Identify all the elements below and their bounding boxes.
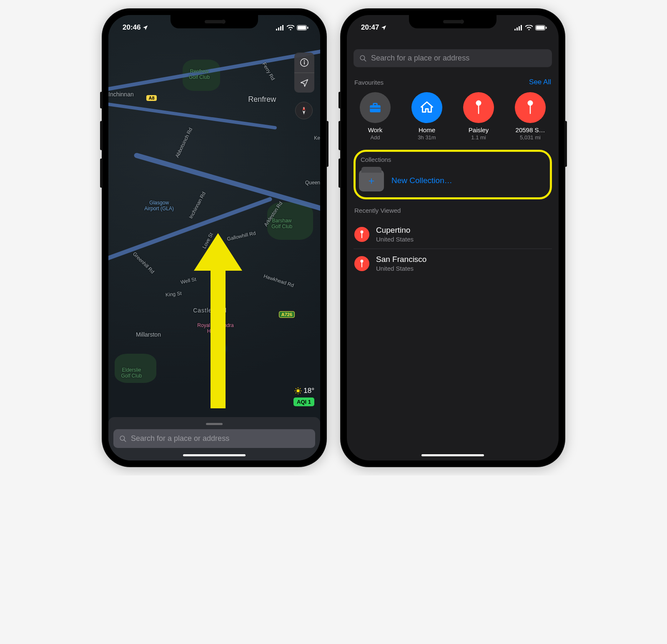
svg-line-20 xyxy=(296,392,296,393)
briefcase-icon xyxy=(360,92,391,123)
svg-rect-3 xyxy=(282,25,283,30)
city-label-renfrew: Renfrew xyxy=(248,95,276,104)
locate-me-button[interactable] xyxy=(294,73,314,93)
svg-line-21 xyxy=(300,388,301,389)
label-ke: Ke xyxy=(314,135,320,141)
svg-line-24 xyxy=(124,440,126,441)
home-indicator[interactable] xyxy=(183,454,246,456)
pin-icon xyxy=(463,92,494,123)
search-icon xyxy=(119,435,127,443)
collections-title: Collections xyxy=(358,154,547,168)
pin-icon xyxy=(354,227,369,242)
svg-rect-6 xyxy=(307,27,308,29)
svg-rect-30 xyxy=(536,26,544,30)
city-label-paisley: Paisley xyxy=(212,260,236,269)
poi-royal-hospi[interactable]: Royal Alexandra Hospi... xyxy=(197,322,233,334)
svg-rect-25 xyxy=(514,29,516,30)
favourites-row: Work Add Home 3h 31m Paisley 1.1 mi xyxy=(354,92,552,144)
status-time: 20:46 xyxy=(123,23,140,32)
label-inchinnan-rd: Inchinnan Rd xyxy=(188,191,207,219)
svg-point-13 xyxy=(297,389,300,392)
label-love-st: Love St xyxy=(201,232,214,250)
svg-rect-0 xyxy=(276,29,277,30)
device-notch xyxy=(409,15,496,28)
label-king-st: King St xyxy=(165,290,182,298)
label-gallowhill: Gallowhill Rd xyxy=(227,230,256,242)
home-indicator[interactable] xyxy=(421,454,484,456)
label-well-st: Well St xyxy=(180,276,197,285)
search-placeholder: Search for a place or address xyxy=(131,434,229,443)
label-hawkhead: Hawkhead Rd xyxy=(263,273,295,289)
svg-rect-2 xyxy=(280,26,281,30)
collection-stack-icon: ＋ xyxy=(359,170,384,191)
svg-point-39 xyxy=(528,101,533,106)
svg-rect-5 xyxy=(298,26,306,30)
favourite-paisley[interactable]: Paisley 1.1 mi xyxy=(457,92,500,141)
label-abbotsinch: Abbotsinch Rd xyxy=(174,127,194,158)
new-collection-button[interactable]: ＋ New Collection… xyxy=(358,168,547,193)
poi-renfrew-golf[interactable]: Renfrew Golf Club xyxy=(189,68,210,80)
svg-rect-27 xyxy=(519,26,520,30)
favourite-20598s[interactable]: 20598 S… 5,031 mi xyxy=(509,92,552,141)
wifi-icon xyxy=(525,25,533,30)
map-view[interactable]: A8 A726 Paisley Renfrew Inchinnan Millar… xyxy=(108,15,320,460)
location-indicator-icon xyxy=(142,25,148,31)
favourite-work[interactable]: Work Add xyxy=(354,92,397,141)
favourites-title: Favourites xyxy=(354,79,384,86)
user-location-dot xyxy=(216,345,225,353)
pin-icon xyxy=(354,256,369,271)
recent-title: Recently Viewed xyxy=(354,207,401,214)
svg-rect-9 xyxy=(304,62,305,64)
maps-screen[interactable]: 20:46 A8 A726 Paisley Renfrew Inchinnan … xyxy=(108,15,320,460)
favourite-home[interactable]: Home 3h 31m xyxy=(405,92,449,141)
road-shield-a726: A726 xyxy=(279,311,295,318)
svg-rect-1 xyxy=(278,28,279,30)
cellular-icon xyxy=(276,25,284,30)
aqi-badge: AQI 1 xyxy=(293,397,314,406)
wifi-icon xyxy=(287,25,294,30)
compass-button[interactable]: N xyxy=(295,102,313,119)
svg-marker-11 xyxy=(303,111,306,115)
search-placeholder: Search for a place or address xyxy=(371,54,469,63)
poi-elderslie-golf[interactable]: Elderslie Golf Club xyxy=(121,367,142,379)
map-controls xyxy=(294,53,314,93)
phone-left: 20:46 A8 A726 Paisley Renfrew Inchinnan … xyxy=(102,8,327,467)
label-queen: Queen xyxy=(305,180,320,186)
label-castlehead: Castlehead xyxy=(193,307,227,314)
pin-icon xyxy=(515,92,546,123)
sheet-grabber[interactable] xyxy=(206,423,223,425)
search-field[interactable]: Search for a place or address xyxy=(113,429,315,448)
recent-item-cupertino[interactable]: Cupertino United States xyxy=(354,220,552,249)
svg-line-19 xyxy=(300,392,301,393)
label-ferry-rd: Ferry Rd xyxy=(261,61,276,81)
collections-highlight: Collections ＋ New Collection… xyxy=(354,150,552,199)
road-shield-a8: A8 xyxy=(146,95,156,101)
svg-rect-28 xyxy=(521,25,522,30)
search-field[interactable]: Search for a place or address xyxy=(354,49,552,67)
poi-glasgow-airport[interactable]: Glasgow Airport (GLA) xyxy=(144,200,174,211)
plus-icon: ＋ xyxy=(366,174,376,187)
home-icon xyxy=(411,92,442,123)
info-button[interactable] xyxy=(294,53,314,73)
svg-rect-26 xyxy=(517,28,518,30)
location-indicator-icon xyxy=(381,25,387,31)
svg-rect-35 xyxy=(374,103,377,106)
poi-barshaw-golf[interactable]: Barshaw Golf Club xyxy=(271,218,292,229)
svg-line-33 xyxy=(364,59,366,61)
cellular-icon xyxy=(514,25,523,30)
search-panel-screen[interactable]: 20:47 Search for a place or address Favo… xyxy=(347,15,559,460)
device-notch xyxy=(171,15,258,28)
svg-point-37 xyxy=(476,101,481,106)
recent-item-san-francisco[interactable]: San Francisco United States xyxy=(354,249,552,278)
city-label-inchinnan: Inchinnan xyxy=(108,91,134,98)
search-icon xyxy=(359,55,367,62)
battery-icon xyxy=(535,25,547,30)
svg-line-18 xyxy=(296,388,296,389)
status-time: 20:47 xyxy=(361,23,379,32)
weather-widget[interactable]: 18° AQI 1 xyxy=(293,387,314,406)
svg-text:N: N xyxy=(303,107,305,109)
city-label-millarston: Millarston xyxy=(136,331,161,338)
svg-rect-31 xyxy=(546,27,547,29)
sun-icon xyxy=(294,387,302,395)
see-all-button[interactable]: See All xyxy=(529,78,551,86)
